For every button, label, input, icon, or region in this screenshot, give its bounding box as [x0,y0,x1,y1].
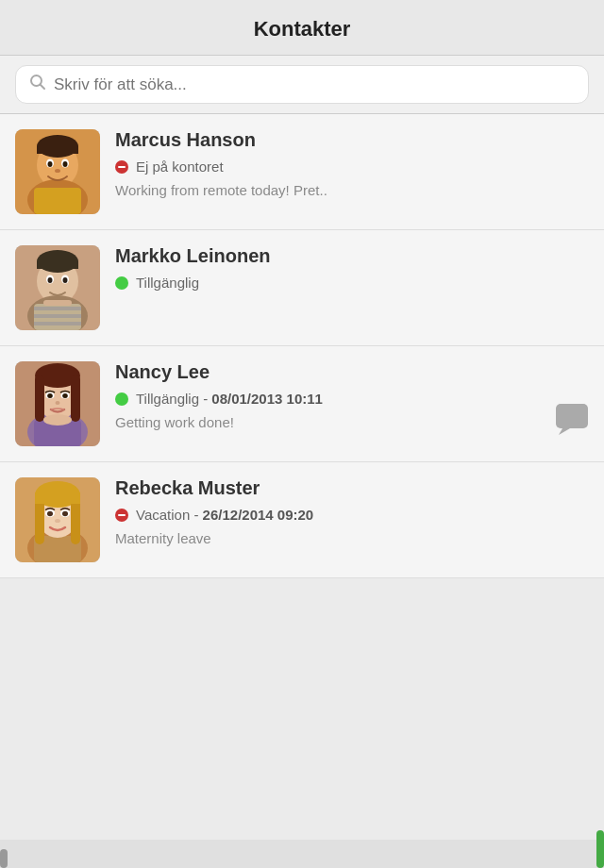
svg-rect-21 [37,261,78,269]
avatar-markko [15,245,100,330]
scrollbar-right-indicator [596,830,604,868]
contact-name-nancy: Nancy Lee [115,361,589,383]
avatar-rebecka [15,477,100,562]
svg-rect-19 [34,322,81,326]
svg-point-39 [43,414,72,426]
svg-point-10 [48,161,53,167]
bottom-bar [0,840,604,868]
contact-info-markko: Markko LeinonenTillgänglig [115,245,589,291]
contact-item-rebecka[interactable]: Rebecka MusterVacation - 26/12/2014 09:2… [0,462,604,578]
contact-name-rebecka: Rebecka Muster [115,477,589,499]
svg-point-36 [47,393,53,398]
contact-info-marcus: Marcus HansonEj på kontoretWorking from … [115,129,589,198]
contact-info-nancy: Nancy LeeTillgänglig - 08/01/2013 10:11G… [115,361,589,430]
contact-item-marcus[interactable]: Marcus HansonEj på kontoretWorking from … [0,114,604,230]
status-dot-rebecka [115,509,128,522]
status-dot-marcus [115,160,128,174]
avatar-marcus [15,129,100,214]
svg-line-1 [41,85,45,90]
contacts-list: Marcus HansonEj på kontoretWorking from … [0,114,604,840]
svg-rect-5 [34,188,81,214]
search-input[interactable] [54,75,575,94]
svg-point-11 [63,161,68,167]
page-title: Kontakter [0,17,604,42]
scrollbar-left-indicator [0,849,8,868]
svg-rect-33 [71,375,80,422]
search-icon [29,74,46,95]
status-text-rebecka: Vacation - 26/12/2014 09:20 [136,507,313,523]
status-dot-nancy [115,392,128,406]
svg-rect-17 [34,307,81,310]
svg-point-24 [48,277,53,283]
svg-point-52 [47,511,53,517]
svg-rect-18 [34,314,81,318]
contact-item-nancy[interactable]: Nancy LeeTillgänglig - 08/01/2013 10:11G… [0,346,604,462]
svg-rect-26 [43,300,72,306]
status-row-rebecka: Vacation - 26/12/2014 09:20 [115,507,589,523]
contact-message-rebecka: Maternity leave [115,530,589,546]
chat-icon-nancy[interactable] [555,403,589,435]
svg-rect-7 [37,146,78,154]
svg-point-38 [56,401,60,405]
status-dot-markko [115,276,128,290]
status-text-nancy: Tillgänglig - 08/01/2013 10:11 [136,391,323,407]
status-row-markko: Tillgänglig [115,275,589,291]
contact-message-nancy: Getting work done! [115,414,589,430]
svg-point-54 [55,519,60,523]
contact-info-rebecka: Rebecka MusterVacation - 26/12/2014 09:2… [115,477,589,546]
svg-marker-41 [559,428,570,435]
status-text-markko: Tillgänglig [136,275,199,291]
svg-point-12 [55,169,60,173]
contact-message-marcus: Working from remote today! Pret.. [115,182,589,198]
status-row-marcus: Ej på kontoret [115,159,589,175]
svg-point-53 [62,511,68,517]
contact-name-marcus: Marcus Hanson [115,129,589,151]
svg-point-25 [63,277,68,283]
status-text-marcus: Ej på kontoret [136,159,224,175]
status-row-nancy: Tillgänglig - 08/01/2013 10:11 [115,391,589,407]
contact-item-markko[interactable]: Markko LeinonenTillgänglig [0,230,604,346]
title-bar: Kontakter [0,0,604,56]
svg-point-37 [62,393,68,398]
search-bar [0,56,604,114]
contact-name-markko: Markko Leinonen [115,245,589,267]
avatar-nancy [15,361,100,446]
svg-rect-40 [556,404,588,428]
svg-rect-49 [35,492,80,504]
svg-rect-32 [35,375,44,422]
